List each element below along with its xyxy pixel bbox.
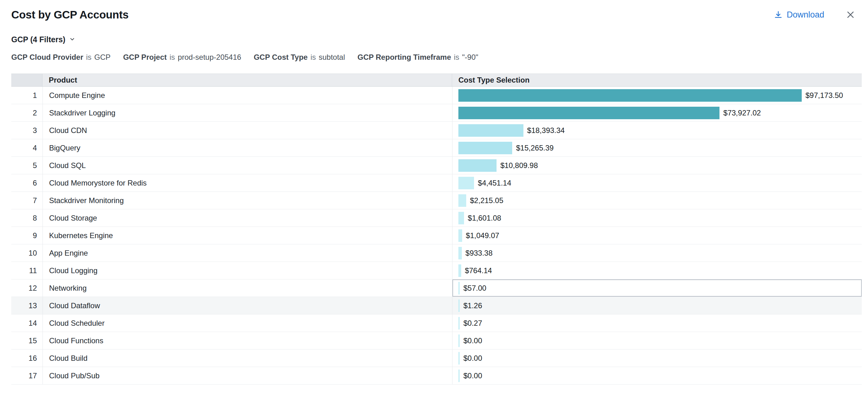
cost-value: $4,451.14 <box>478 174 511 192</box>
close-icon[interactable] <box>844 8 857 21</box>
cost-cell[interactable]: $57.00 <box>452 279 862 297</box>
row-number[interactable]: 14 <box>11 314 42 332</box>
table-row[interactable]: 1Compute Engine$97,173.50 <box>11 87 862 104</box>
cost-cell[interactable]: $1,601.08 <box>452 209 862 226</box>
cost-cell[interactable]: $0.27 <box>452 314 862 332</box>
row-number[interactable]: 3 <box>11 122 42 139</box>
product-cell[interactable]: Cloud Dataflow <box>42 297 452 314</box>
cost-bar <box>458 299 460 312</box>
cost-cell[interactable]: $18,393.34 <box>452 122 862 139</box>
download-button[interactable]: Download <box>774 10 824 20</box>
table-row[interactable]: 13Cloud Dataflow$1.26 <box>11 297 862 314</box>
table-row[interactable]: 17Cloud Pub/Sub$0.00 <box>11 367 862 385</box>
cost-value: $0.00 <box>463 367 482 385</box>
product-cell[interactable]: Cloud Memorystore for Redis <box>42 174 452 191</box>
product-cell[interactable]: Stackdriver Monitoring <box>42 192 452 209</box>
row-number[interactable]: 15 <box>11 332 42 349</box>
product-cell[interactable]: Cloud Build <box>42 350 452 367</box>
cost-type-selection-column-header[interactable]: Cost Type Selection <box>452 74 862 86</box>
product-cell[interactable]: BigQuery <box>42 139 452 156</box>
table-row[interactable]: 2Stackdriver Logging$73,927.02 <box>11 104 862 122</box>
row-number[interactable]: 16 <box>11 350 42 367</box>
cost-value: $0.00 <box>463 332 482 350</box>
cost-cell[interactable]: $933.38 <box>452 244 862 262</box>
product-cell[interactable]: Cloud Logging <box>42 262 452 279</box>
table-row[interactable]: 6Cloud Memorystore for Redis$4,451.14 <box>11 174 862 192</box>
table-row[interactable]: 15Cloud Functions$0.00 <box>11 332 862 350</box>
table-row[interactable]: 3Cloud CDN$18,393.34 <box>11 122 862 139</box>
cost-bar <box>458 89 802 102</box>
product-cell[interactable]: App Engine <box>42 244 452 262</box>
cost-cell[interactable]: $0.00 <box>452 332 862 349</box>
product-cell[interactable]: Cloud CDN <box>42 122 452 139</box>
cost-bar <box>458 124 523 137</box>
cost-value: $97,173.50 <box>805 87 843 104</box>
cost-cell[interactable]: $97,173.50 <box>452 87 862 104</box>
filter-item[interactable]: GCP Cloud Provider is GCP <box>11 53 111 62</box>
table-row[interactable]: 8Cloud Storage$1,601.08 <box>11 209 862 227</box>
filter-name: GCP Reporting Timeframe <box>358 53 451 62</box>
row-number[interactable]: 4 <box>11 139 42 156</box>
table-row[interactable]: 4BigQuery$15,265.39 <box>11 139 862 157</box>
table-row[interactable]: 10App Engine$933.38 <box>11 244 862 262</box>
table-row[interactable]: 11Cloud Logging$764.14 <box>11 262 862 279</box>
row-number[interactable]: 6 <box>11 174 42 191</box>
cost-cell[interactable]: $1,049.07 <box>452 227 862 244</box>
filter-name: GCP Cloud Provider <box>11 53 83 62</box>
product-cell[interactable]: Cloud Storage <box>42 209 452 226</box>
filters-summary[interactable]: GCP (4 Filters) <box>11 35 75 44</box>
cost-cell[interactable]: $73,927.02 <box>452 104 862 121</box>
row-number[interactable]: 12 <box>11 279 42 297</box>
product-cell[interactable]: Compute Engine <box>42 87 452 104</box>
product-cell[interactable]: Cloud SQL <box>42 157 452 174</box>
table-header: Product Cost Type Selection <box>11 73 862 87</box>
filter-name: GCP Project <box>123 53 167 62</box>
cost-bar <box>458 159 497 172</box>
cost-cell[interactable]: $4,451.14 <box>452 174 862 191</box>
row-number[interactable]: 5 <box>11 157 42 174</box>
cost-cell[interactable]: $2,215.05 <box>452 192 862 209</box>
table-row[interactable]: 7Stackdriver Monitoring$2,215.05 <box>11 192 862 209</box>
filter-item[interactable]: GCP Project is prod-setup-205416 <box>123 53 241 62</box>
cost-value: $10,809.98 <box>500 157 538 174</box>
product-cell[interactable]: Networking <box>42 279 452 297</box>
product-column-header[interactable]: Product <box>42 74 452 86</box>
product-cell[interactable]: Kubernetes Engine <box>42 227 452 244</box>
row-number[interactable]: 9 <box>11 227 42 244</box>
cost-cell[interactable]: $0.00 <box>452 350 862 367</box>
filter-item[interactable]: GCP Reporting Timeframe is "-90" <box>358 53 478 62</box>
row-number[interactable]: 11 <box>11 262 42 279</box>
filter-value: "-90" <box>462 53 478 62</box>
cost-cell[interactable]: $1.26 <box>452 297 862 314</box>
cost-cell[interactable]: $10,809.98 <box>452 157 862 174</box>
row-number[interactable]: 13 <box>11 297 42 314</box>
product-cell[interactable]: Cloud Functions <box>42 332 452 349</box>
cost-bar <box>458 352 460 365</box>
product-cell[interactable]: Cloud Scheduler <box>42 314 452 332</box>
row-number[interactable]: 7 <box>11 192 42 209</box>
row-number[interactable]: 2 <box>11 104 42 121</box>
cost-value: $0.00 <box>463 350 482 367</box>
cost-value: $57.00 <box>463 279 486 297</box>
cost-cell[interactable]: $764.14 <box>452 262 862 279</box>
product-cell[interactable]: Cloud Pub/Sub <box>42 367 452 384</box>
header-actions: Download <box>774 8 857 21</box>
table-row[interactable]: 12Networking$57.00 <box>11 279 862 297</box>
row-number[interactable]: 8 <box>11 209 42 226</box>
cost-cell[interactable]: $15,265.39 <box>452 139 862 156</box>
table-row[interactable]: 14Cloud Scheduler$0.27 <box>11 314 862 332</box>
cost-value: $1.26 <box>463 297 482 314</box>
cost-cell[interactable]: $0.00 <box>452 367 862 384</box>
cost-value: $2,215.05 <box>470 192 503 209</box>
cost-bar <box>458 334 460 347</box>
table-row[interactable]: 5Cloud SQL$10,809.98 <box>11 157 862 174</box>
row-number[interactable]: 10 <box>11 244 42 262</box>
product-cell[interactable]: Stackdriver Logging <box>42 104 452 121</box>
cost-bar <box>458 107 719 119</box>
filter-item[interactable]: GCP Cost Type is subtotal <box>254 53 345 62</box>
table-row[interactable]: 9Kubernetes Engine$1,049.07 <box>11 227 862 244</box>
row-number[interactable]: 1 <box>11 87 42 104</box>
cost-bar <box>458 282 460 295</box>
row-number[interactable]: 17 <box>11 367 42 384</box>
table-row[interactable]: 16Cloud Build$0.00 <box>11 350 862 367</box>
